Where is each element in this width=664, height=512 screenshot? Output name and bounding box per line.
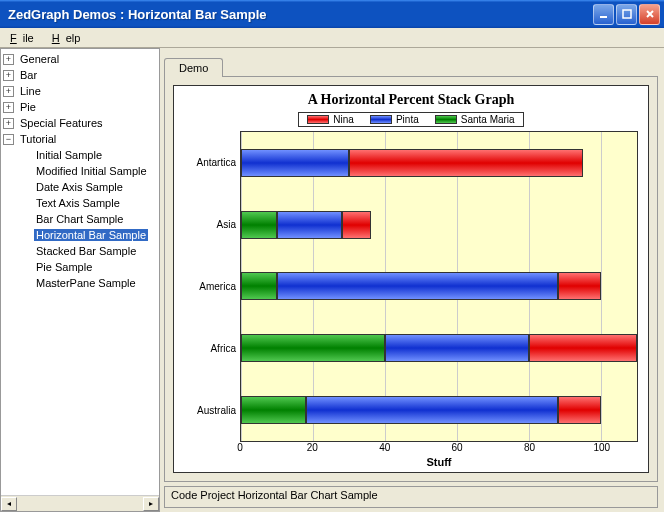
x-ticks: 020406080100 bbox=[240, 442, 638, 456]
tree-node-label: Pie Sample bbox=[34, 261, 94, 273]
x-tick: 40 bbox=[379, 442, 390, 453]
legend: NinaPintaSanta Maria bbox=[298, 112, 523, 127]
tree-node-modified-initial-sample[interactable]: Modified Initial Sample bbox=[1, 163, 159, 179]
tree-node-stacked-bar-sample[interactable]: Stacked Bar Sample bbox=[1, 243, 159, 259]
legend-swatch bbox=[435, 115, 457, 124]
legend-item-pinta: Pinta bbox=[370, 114, 419, 125]
scroll-right-icon[interactable]: ▸ bbox=[143, 497, 159, 511]
bar-segment-pinta bbox=[277, 211, 342, 239]
tree-node-label: Special Features bbox=[18, 117, 105, 129]
bar-row-antartica bbox=[241, 149, 637, 177]
bar-segment-pinta bbox=[277, 272, 558, 300]
category-label: Asia bbox=[184, 219, 236, 230]
x-axis-label: Stuff bbox=[240, 456, 638, 468]
tree-node-pie-sample[interactable]: Pie Sample bbox=[1, 259, 159, 275]
tree-node-date-axis-sample[interactable]: Date Axis Sample bbox=[1, 179, 159, 195]
tree-node-label: Horizontal Bar Sample bbox=[34, 229, 148, 241]
expand-icon[interactable]: + bbox=[3, 54, 14, 65]
menu-help[interactable]: Help bbox=[46, 30, 93, 46]
close-button[interactable] bbox=[639, 4, 660, 25]
tree-node-special-features[interactable]: +Special Features bbox=[1, 115, 159, 131]
tree-node-bar-chart-sample[interactable]: Bar Chart Sample bbox=[1, 211, 159, 227]
tree-node-label: Date Axis Sample bbox=[34, 181, 125, 193]
category-label: Africa bbox=[184, 343, 236, 354]
chart-title: A Horizontal Percent Stack Graph bbox=[184, 92, 638, 108]
scroll-left-icon[interactable]: ◂ bbox=[1, 497, 17, 511]
expand-icon[interactable]: + bbox=[3, 70, 14, 81]
x-tick: 0 bbox=[237, 442, 243, 453]
main: +General+Bar+Line+Pie+Special Features−T… bbox=[0, 48, 664, 512]
legend-swatch bbox=[307, 115, 329, 124]
x-tick: 80 bbox=[524, 442, 535, 453]
tree-node-bar[interactable]: +Bar bbox=[1, 67, 159, 83]
expand-icon[interactable]: + bbox=[3, 118, 14, 129]
maximize-button[interactable] bbox=[616, 4, 637, 25]
tree-node-label: Bar bbox=[18, 69, 39, 81]
legend-item-nina: Nina bbox=[307, 114, 354, 125]
bar-segment-nina bbox=[529, 334, 637, 362]
bar-segment-pinta bbox=[241, 149, 349, 177]
menu-file[interactable]: File bbox=[4, 30, 46, 46]
svg-rect-1 bbox=[623, 10, 631, 18]
tree-node-label: General bbox=[18, 53, 61, 65]
tree-node-label: Bar Chart Sample bbox=[34, 213, 125, 225]
collapse-icon[interactable]: − bbox=[3, 134, 14, 145]
legend-swatch bbox=[370, 115, 392, 124]
expand-icon[interactable]: + bbox=[3, 102, 14, 113]
category-label: Antartica bbox=[184, 157, 236, 168]
minimize-button[interactable] bbox=[593, 4, 614, 25]
bar-segment-nina bbox=[558, 396, 601, 424]
bar-segment-nina bbox=[342, 211, 371, 239]
y-axis-labels: AntarticaAsiaAmericaAfricaAustralia bbox=[184, 131, 240, 442]
category-label: Australia bbox=[184, 405, 236, 416]
bar-row-america bbox=[241, 272, 637, 300]
tree-node-label: Pie bbox=[18, 101, 38, 113]
tree-node-label: Stacked Bar Sample bbox=[34, 245, 138, 257]
tree-node-line[interactable]: +Line bbox=[1, 83, 159, 99]
tree-node-label: Line bbox=[18, 85, 43, 97]
tree-node-pie[interactable]: +Pie bbox=[1, 99, 159, 115]
tab-strip: Demo bbox=[164, 54, 658, 76]
content-area: Demo A Horizontal Percent Stack Graph Ni… bbox=[160, 48, 664, 512]
category-label: America bbox=[184, 281, 236, 292]
bar-row-asia bbox=[241, 211, 637, 239]
bar-row-australia bbox=[241, 396, 637, 424]
bar-segment-pinta bbox=[385, 334, 529, 362]
tree-node-label: MasterPane Sample bbox=[34, 277, 138, 289]
tree-node-general[interactable]: +General bbox=[1, 51, 159, 67]
tree-node-label: Initial Sample bbox=[34, 149, 104, 161]
bars bbox=[241, 132, 637, 441]
x-tick: 20 bbox=[307, 442, 318, 453]
tree-view[interactable]: +General+Bar+Line+Pie+Special Features−T… bbox=[0, 48, 160, 512]
legend-item-santa-maria: Santa Maria bbox=[435, 114, 515, 125]
plot-wrap: AntarticaAsiaAmericaAfricaAustralia bbox=[184, 131, 638, 442]
titlebar[interactable]: ZedGraph Demos : Horizontal Bar Sample bbox=[0, 0, 664, 28]
svg-rect-0 bbox=[600, 16, 607, 18]
x-axis: 020406080100 bbox=[240, 442, 638, 456]
tab-body: A Horizontal Percent Stack Graph NinaPin… bbox=[164, 76, 658, 482]
tree-node-text-axis-sample[interactable]: Text Axis Sample bbox=[1, 195, 159, 211]
expand-icon[interactable]: + bbox=[3, 86, 14, 97]
horizontal-scrollbar[interactable]: ◂▸ bbox=[1, 495, 159, 511]
legend-label: Pinta bbox=[396, 114, 419, 125]
status-bar: Code Project Horizontal Bar Chart Sample bbox=[164, 486, 658, 508]
plot-area bbox=[240, 131, 638, 442]
x-tick: 60 bbox=[452, 442, 463, 453]
legend-label: Santa Maria bbox=[461, 114, 515, 125]
tree-node-initial-sample[interactable]: Initial Sample bbox=[1, 147, 159, 163]
bar-segment-pinta bbox=[306, 396, 558, 424]
window-controls bbox=[593, 4, 660, 25]
bar-segment-santa-maria bbox=[241, 396, 306, 424]
tree-node-label: Tutorial bbox=[18, 133, 58, 145]
menubar: File Help bbox=[0, 28, 664, 48]
tree-node-horizontal-bar-sample[interactable]: Horizontal Bar Sample bbox=[1, 227, 159, 243]
tab-area: Demo A Horizontal Percent Stack Graph Ni… bbox=[164, 54, 658, 482]
tree-node-label: Modified Initial Sample bbox=[34, 165, 149, 177]
chart: A Horizontal Percent Stack Graph NinaPin… bbox=[173, 85, 649, 473]
tree-node-tutorial[interactable]: −Tutorial bbox=[1, 131, 159, 147]
tab-demo[interactable]: Demo bbox=[164, 58, 223, 77]
tree-node-masterpane-sample[interactable]: MasterPane Sample bbox=[1, 275, 159, 291]
bar-segment-santa-maria bbox=[241, 272, 277, 300]
window-title: ZedGraph Demos : Horizontal Bar Sample bbox=[4, 7, 593, 22]
bar-segment-nina bbox=[349, 149, 583, 177]
